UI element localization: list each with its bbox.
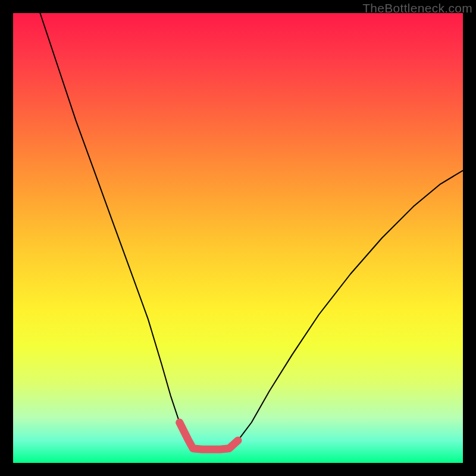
bottleneck-curve: [40, 13, 463, 449]
plot-area: [13, 13, 463, 463]
watermark-text: TheBottleneck.com: [362, 1, 472, 15]
chart-svg: [13, 13, 463, 463]
optimal-zone: [180, 422, 238, 449]
chart-frame: TheBottleneck.com: [0, 0, 476, 476]
